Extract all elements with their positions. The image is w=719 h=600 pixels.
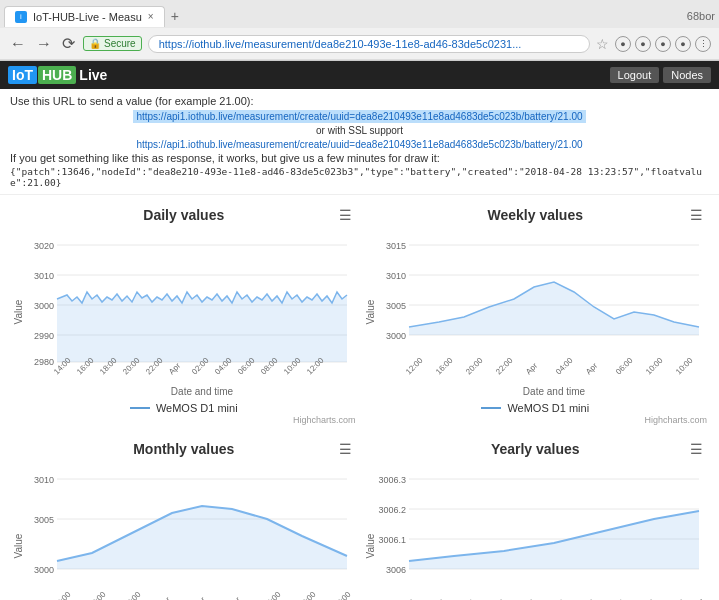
browser-ext-3[interactable]: ● — [655, 36, 671, 52]
weekly-chart-container: Weekly values ☰ Value 3015 3010 3005 300… — [360, 203, 712, 429]
logo-hub: HUB — [38, 66, 76, 84]
logo-iot: IoT — [8, 66, 37, 84]
daily-chart-title: Daily values — [143, 207, 224, 223]
url-bar[interactable]: https://iothub.live/measurement/dea8e210… — [148, 35, 590, 53]
svg-marker-34 — [409, 282, 699, 335]
browser-menu[interactable]: ⋮ — [695, 36, 711, 52]
svg-text:27.: 27. — [694, 596, 704, 600]
weekly-chart-legend: WeMOS D1 mini — [364, 402, 708, 414]
svg-text:06:00: 06:00 — [614, 356, 635, 377]
svg-text:Apr: Apr — [192, 595, 207, 600]
url-plain[interactable]: https://api1.iothub.live/measurement/cre… — [136, 139, 582, 150]
browser-ext-1[interactable]: ● — [615, 36, 631, 52]
daily-highcharts-credit: Highcharts.com — [12, 415, 356, 425]
svg-text:3006.3: 3006.3 — [378, 475, 406, 485]
svg-text:3010: 3010 — [34, 271, 54, 281]
daily-chart-svg: Value 3020 3010 3000 2990 2980 — [12, 227, 352, 397]
browser-chrome: i IoT-HUB-Live - Measu × + 68bor ← → ⟳ 🔒… — [0, 0, 719, 61]
app-logo: IoT HUB Live — [8, 66, 107, 84]
svg-text:Date and time: Date and time — [522, 386, 585, 397]
svg-text:3005: 3005 — [385, 301, 405, 311]
monthly-chart-container: Monthly values ☰ Value 3010 3005 3000 10… — [8, 437, 360, 600]
svg-text:18.: 18. — [674, 596, 688, 600]
info-section: Use this URL to send a value (for exampl… — [0, 89, 719, 195]
svg-text:16:00: 16:00 — [122, 590, 143, 600]
svg-text:16:00: 16:00 — [434, 356, 455, 377]
browser-ext-2[interactable]: ● — [635, 36, 651, 52]
logo-live: Live — [79, 67, 107, 83]
yearly-chart-wrap: Value 3006.3 3006.2 3006.1 3006 26. 02. … — [364, 461, 708, 600]
svg-text:10:00: 10:00 — [52, 590, 73, 600]
daily-title-row: Daily values ☰ — [12, 207, 356, 223]
monthly-chart-svg: Value 3010 3005 3000 10:00 12:00 16:00 A… — [12, 461, 352, 600]
svg-text:06.: 06. — [494, 596, 508, 600]
active-tab[interactable]: i IoT-HUB-Live - Measu × — [4, 6, 165, 27]
svg-text:04.: 04. — [464, 596, 478, 600]
daily-chart-legend: WeMOS D1 mini — [12, 402, 356, 414]
new-tab-button[interactable]: + — [165, 8, 185, 24]
svg-text:Apr: Apr — [157, 595, 172, 600]
svg-text:02.: 02. — [434, 596, 448, 600]
lock-icon: 🔒 — [89, 38, 101, 49]
svg-text:Value: Value — [13, 299, 24, 324]
svg-text:20:00: 20:00 — [464, 356, 485, 377]
daily-legend-label: WeMOS D1 mini — [156, 402, 238, 414]
send-url-label: Use this URL to send a value (for exampl… — [10, 95, 709, 107]
svg-text:08:00: 08:00 — [332, 590, 352, 600]
back-button[interactable]: ← — [8, 35, 28, 53]
svg-text:06:00: 06:00 — [297, 590, 318, 600]
forward-button[interactable]: → — [34, 35, 54, 53]
svg-text:3000: 3000 — [34, 301, 54, 311]
logout-button[interactable]: Logout — [610, 67, 660, 83]
url-highlighted[interactable]: https://api1.iothub.live/measurement/cre… — [133, 110, 585, 123]
yearly-chart-title: Yearly values — [491, 441, 580, 457]
weekly-chart-title: Weekly values — [488, 207, 583, 223]
svg-text:3006: 3006 — [385, 565, 405, 575]
window-controls: 68bor — [687, 10, 719, 22]
svg-text:2980: 2980 — [34, 357, 54, 367]
nodes-button[interactable]: Nodes — [663, 67, 711, 83]
svg-text:Apr: Apr — [167, 361, 182, 376]
tab-close-icon[interactable]: × — [148, 11, 154, 22]
svg-marker-73 — [409, 511, 699, 569]
url-plain-container: https://api1.iothub.live/measurement/cre… — [10, 137, 709, 151]
app-header: IoT HUB Live Logout Nodes — [0, 61, 719, 89]
svg-text:08.: 08. — [524, 596, 538, 600]
svg-text:3010: 3010 — [34, 475, 54, 485]
svg-text:3006.1: 3006.1 — [378, 535, 406, 545]
svg-text:Value: Value — [365, 299, 376, 324]
svg-text:Value: Value — [13, 533, 24, 558]
browser-icons: ● ● ● ● ⋮ — [615, 36, 711, 52]
svg-text:04:00: 04:00 — [554, 356, 575, 377]
weekly-chart-menu-icon[interactable]: ☰ — [690, 207, 703, 223]
response-label: If you get something like this as respon… — [10, 152, 709, 164]
svg-text:Apr: Apr — [227, 595, 242, 600]
svg-text:2990: 2990 — [34, 331, 54, 341]
yearly-chart-svg: Value 3006.3 3006.2 3006.1 3006 26. 02. … — [364, 461, 704, 600]
svg-text:12:00: 12:00 — [87, 590, 108, 600]
svg-text:10.: 10. — [554, 596, 568, 600]
svg-text:3006.2: 3006.2 — [378, 505, 406, 515]
daily-chart-wrap: Value 3020 3010 3000 2990 2980 — [12, 227, 356, 400]
browser-ext-4[interactable]: ● — [675, 36, 691, 52]
svg-text:12.: 12. — [584, 596, 598, 600]
tab-favicon: i — [15, 11, 27, 23]
yearly-chart-menu-icon[interactable]: ☰ — [690, 441, 703, 457]
daily-chart-container: Daily values ☰ Value 3020 3010 3000 2990… — [8, 203, 360, 429]
monthly-chart-menu-icon[interactable]: ☰ — [339, 441, 352, 457]
svg-text:26.: 26. — [404, 596, 418, 600]
weekly-chart-wrap: Value 3015 3010 3005 3000 12:00 16:00 20… — [364, 227, 708, 400]
svg-text:3000: 3000 — [34, 565, 54, 575]
reload-button[interactable]: ⟳ — [60, 34, 77, 53]
svg-marker-11 — [57, 292, 347, 362]
tab-title: IoT-HUB-Live - Measu — [33, 11, 142, 23]
url-highlighted-container: https://api1.iothub.live/measurement/cre… — [10, 109, 709, 123]
daily-chart-menu-icon[interactable]: ☰ — [339, 207, 352, 223]
monthly-chart-wrap: Value 3010 3005 3000 10:00 12:00 16:00 A… — [12, 461, 356, 600]
weekly-title-row: Weekly values ☰ — [364, 207, 708, 223]
ssl-text: or with SSL support — [10, 125, 709, 136]
svg-text:3020: 3020 — [34, 241, 54, 251]
bookmark-icon[interactable]: ☆ — [596, 36, 609, 52]
yearly-title-row: Yearly values ☰ — [364, 441, 708, 457]
svg-text:Date and time: Date and time — [171, 386, 234, 397]
